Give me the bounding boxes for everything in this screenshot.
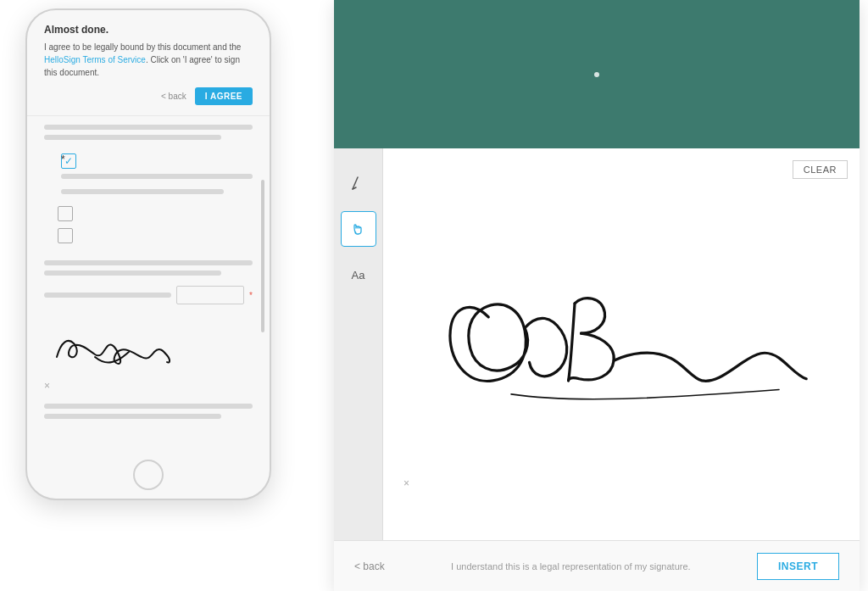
content-line-1 — [44, 125, 253, 130]
text-tool-label: Aa — [352, 269, 365, 282]
clear-button[interactable]: CLEAR — [793, 160, 848, 179]
hand-tool[interactable] — [341, 211, 376, 247]
required-star: * — [249, 291, 253, 300]
phone-body: * ✓ * — [27, 116, 270, 432]
checkbox-3[interactable] — [58, 228, 73, 243]
label-line — [44, 293, 171, 298]
scrollbar[interactable] — [261, 180, 264, 332]
checkbox-2[interactable] — [58, 206, 73, 221]
draw-tool[interactable] — [341, 165, 376, 201]
checkmark-icon: ✓ — [64, 155, 73, 167]
text-tool[interactable]: Aa — [341, 257, 376, 293]
phone-header-buttons: < back I AGREE — [44, 87, 253, 105]
x-mark: × — [403, 477, 409, 489]
checkbox-section: * ✓ — [44, 153, 253, 243]
cb-line-2 — [61, 189, 224, 194]
bottom-line-2 — [44, 414, 221, 419]
back-button[interactable]: < back — [161, 92, 186, 101]
content-line-4 — [44, 270, 221, 276]
desktop-footer: < back I understand this is a legal repr… — [334, 540, 860, 591]
tool-sidebar: Aa — [334, 148, 383, 540]
pen-icon — [349, 174, 368, 192]
content-line-3 — [44, 260, 253, 265]
phone-header: Almost done. I agree to be legally bound… — [27, 10, 270, 116]
agree-button[interactable]: I AGREE — [195, 87, 253, 105]
almost-done-text: I agree to be legally bound by this docu… — [44, 41, 253, 79]
phone-bottom-lines — [44, 404, 253, 419]
desktop-signature-svg — [434, 182, 843, 506]
content-line-2 — [44, 135, 221, 140]
input-field[interactable] — [176, 286, 244, 304]
phone-close-x[interactable]: × — [44, 380, 253, 392]
cursor-dot — [594, 72, 599, 77]
terms-link[interactable]: HelloSign Terms of Service — [44, 55, 146, 64]
footer-legal-text: I understand this is a legal representat… — [385, 561, 757, 571]
cb-line-1 — [61, 174, 253, 179]
desktop-mockup: Aa CLEAR × — [334, 0, 860, 591]
almost-done-title: Almost done. — [44, 24, 253, 36]
bottom-line-1 — [44, 404, 253, 409]
required-asterisk: * — [61, 153, 65, 165]
desktop-top-area — [334, 0, 860, 148]
signature-canvas[interactable]: CLEAR × — [383, 148, 860, 540]
footer-back-button[interactable]: < back — [354, 560, 385, 572]
phone-mockup: Almost done. I agree to be legally bound… — [25, 8, 271, 500]
signature-drawing — [434, 182, 843, 506]
sig-tools-area: Aa CLEAR × — [334, 148, 860, 540]
input-field-row: * — [44, 286, 253, 304]
insert-button[interactable]: INSERT — [757, 553, 839, 580]
agree-text-1: I agree to be legally bound by this docu… — [44, 42, 241, 52]
phone-signature-svg — [44, 325, 214, 371]
signature-panel: Aa CLEAR × — [334, 148, 860, 540]
phone-home-button[interactable] — [133, 460, 164, 490]
unchecked-checkboxes — [56, 206, 253, 243]
phone-signature-area: × — [44, 316, 253, 392]
hand-icon — [349, 220, 368, 238]
